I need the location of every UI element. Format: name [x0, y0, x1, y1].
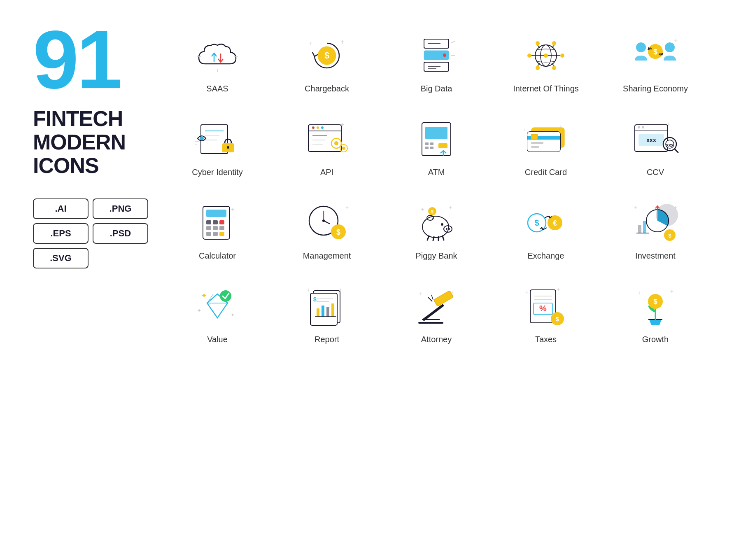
svg-point-81 [642, 126, 644, 128]
icon-cyber-identity: Cyber Identity [165, 108, 270, 184]
svg-rect-151 [331, 303, 334, 317]
svg-text:+: + [525, 289, 529, 295]
svg-point-15 [443, 54, 446, 57]
svg-point-112 [448, 228, 450, 230]
icon-big-data: Big Data [384, 25, 489, 100]
svg-text:✦: ✦ [231, 312, 235, 318]
svg-text:+: + [340, 121, 344, 128]
big-data-icon [410, 33, 463, 78]
svg-text:+: + [674, 37, 678, 44]
svg-rect-67 [430, 147, 433, 149]
taxes-label: Taxes [535, 335, 557, 344]
svg-text:xxx: xxx [666, 142, 674, 147]
icon-calculator: + Calculator [165, 192, 270, 267]
svg-text:+: + [345, 204, 349, 211]
icon-credit-card: + + Credit Card [493, 108, 599, 184]
svg-text:+: + [557, 286, 560, 293]
piggy-bank-label: Piggy Bank [415, 251, 457, 261]
svg-text:+: + [559, 124, 562, 130]
credit-card-label: Credit Card [525, 168, 567, 177]
svg-point-27 [552, 66, 556, 70]
format-badges: .AI .PNG .EPS .PSD .SVG [33, 198, 148, 268]
format-png: .PNG [93, 198, 148, 219]
value-label: Value [207, 335, 228, 344]
svg-text:$: $ [668, 233, 671, 239]
management-label: Management [303, 251, 351, 261]
svg-point-22 [527, 54, 531, 58]
svg-text:$: $ [324, 50, 329, 61]
svg-point-26 [536, 66, 540, 70]
format-ai: .AI [33, 198, 89, 219]
cyber-identity-label: Cyber Identity [192, 168, 242, 177]
icon-sharing-economy: $ + Sharing Economy [603, 25, 708, 100]
svg-text:+: + [670, 288, 673, 294]
svg-text:+: + [231, 206, 234, 212]
svg-point-141 [220, 290, 231, 302]
svg-text:€: € [553, 219, 557, 227]
svg-text:+: + [638, 289, 641, 296]
atm-label: ATM [428, 168, 445, 177]
growth-icon: $ + + [629, 284, 682, 329]
svg-text:$: $ [336, 228, 340, 236]
svg-rect-95 [213, 226, 218, 230]
svg-text:+: + [419, 290, 422, 297]
svg-text:+: + [340, 38, 344, 45]
icon-saas: SAAS [165, 25, 270, 100]
svg-rect-92 [213, 220, 218, 224]
icon-iot: Internet Of Things [493, 25, 599, 100]
svg-text:+: + [634, 204, 637, 211]
svg-point-114 [441, 223, 443, 226]
svg-rect-149 [322, 306, 324, 317]
svg-point-21 [544, 54, 548, 58]
svg-line-159 [428, 297, 432, 301]
svg-text:%: % [539, 304, 547, 313]
ccv-icon: xxx xxx + [629, 117, 682, 162]
icon-report: $ + + Report [274, 275, 380, 351]
svg-rect-63 [438, 143, 447, 148]
svg-text:+: + [339, 287, 342, 293]
attorney-label: Attorney [421, 335, 452, 344]
cyber-identity-icon [191, 117, 244, 162]
svg-text:+: + [523, 126, 527, 133]
left-panel: 91 FINTECH MODERN ICONS .AI .PNG .EPS .P… [33, 25, 148, 535]
svg-text:$: $ [556, 316, 559, 322]
svg-text:+: + [449, 204, 452, 211]
icon-attorney: + + Attorney [384, 275, 489, 351]
chargeback-label: Chargeback [305, 84, 349, 93]
svg-point-57 [334, 141, 338, 145]
svg-rect-99 [219, 232, 224, 236]
investment-icon: $ + + [629, 200, 682, 245]
atm-icon [410, 117, 463, 162]
svg-text:+: + [421, 206, 424, 212]
growth-label: Growth [642, 335, 669, 344]
svg-rect-74 [531, 146, 539, 148]
svg-rect-97 [206, 232, 211, 236]
svg-rect-93 [219, 220, 224, 224]
page: 91 FINTECH MODERN ICONS .AI .PNG .EPS .P… [0, 0, 741, 560]
chargeback-icon: $ + + [300, 33, 354, 78]
svg-point-111 [446, 228, 447, 230]
svg-point-24 [536, 41, 540, 45]
api-icon: + [300, 117, 354, 162]
svg-rect-157 [433, 291, 453, 306]
svg-rect-148 [317, 308, 319, 317]
svg-text:+: + [667, 121, 670, 127]
svg-point-50 [312, 126, 315, 129]
svg-rect-96 [219, 226, 224, 230]
investment-label: Investment [635, 251, 676, 261]
saas-label: SAAS [206, 84, 228, 93]
title-line2: MODERN [33, 131, 148, 154]
svg-text:$: $ [653, 298, 657, 306]
svg-rect-65 [430, 142, 433, 145]
svg-point-59 [342, 147, 345, 150]
report-icon: $ + + [300, 284, 354, 329]
svg-marker-174 [649, 320, 662, 325]
icon-taxes: % $ + + Taxes [493, 275, 599, 351]
svg-rect-73 [531, 142, 543, 144]
icon-value: ✦ ✦ ✦ Value [165, 275, 270, 351]
svg-text:+: + [308, 40, 312, 47]
svg-text:$: $ [534, 218, 539, 227]
svg-rect-98 [213, 232, 218, 236]
svg-rect-62 [425, 127, 447, 139]
svg-line-118 [443, 236, 444, 240]
